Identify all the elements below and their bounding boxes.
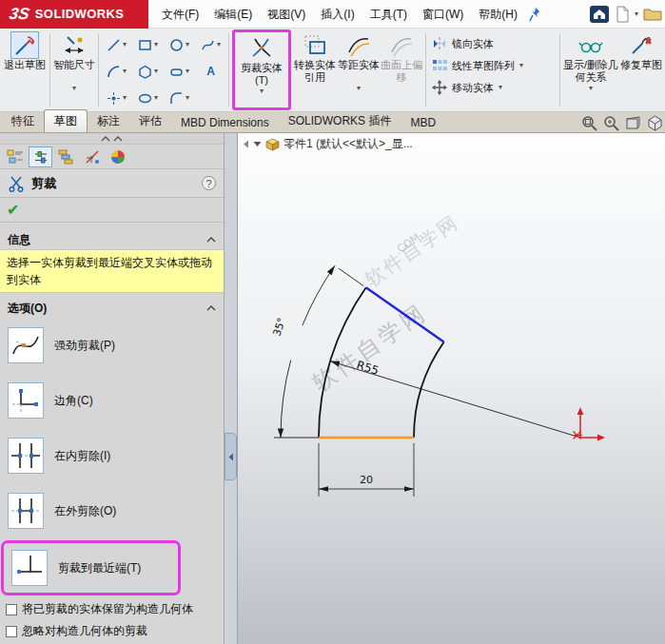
main-area: 剪裁 ? ✔ 信息 选择一实体剪裁到最近端交叉实体或拖动到实体 选项(O) 强劲…: [0, 133, 665, 644]
sketch-line-tool[interactable]: ▾: [101, 31, 132, 58]
featuremanager-tree-tab[interactable]: [3, 146, 27, 167]
open-document-icon[interactable]: [643, 7, 662, 22]
view-orientation-icon[interactable]: [647, 115, 663, 131]
panel-collapse-handle[interactable]: [225, 433, 237, 480]
new-document-icon[interactable]: [615, 5, 630, 24]
tab-annotation[interactable]: 标注: [88, 110, 129, 132]
help-button[interactable]: ?: [202, 176, 216, 190]
ignore-construction-checkbox[interactable]: [6, 626, 17, 637]
tab-sketch[interactable]: 草图: [44, 109, 88, 132]
linear-pattern-icon: [432, 58, 447, 73]
slot-icon: [169, 65, 184, 79]
zoom-fit-icon[interactable]: [581, 115, 597, 131]
power-trim-icon: [8, 327, 44, 363]
dimension-angle-value[interactable]: 35°: [270, 316, 287, 338]
mirror-entities-button[interactable]: 镜向实体: [432, 36, 556, 51]
keep-as-construction-checkbox[interactable]: [6, 604, 17, 615]
repair-sketch-label: 修复草图: [619, 59, 663, 85]
tab-solidworks-addins[interactable]: SOLIDWORKS 插件: [279, 110, 401, 132]
trim-to-closest-option[interactable]: 剪裁到最近端(T): [4, 543, 178, 593]
propertymanager-tab[interactable]: [29, 146, 52, 167]
graphics-area[interactable]: 零件1 (默认<<默认>_显... 软件自学网 软件自学网 .COM 35°: [238, 133, 665, 644]
chevron-down-icon: ▾: [589, 85, 593, 92]
corner-label: 边角(C): [54, 393, 93, 409]
corner-option[interactable]: 边角(C): [0, 373, 224, 428]
sketch-arc-tool[interactable]: ▾: [101, 58, 132, 85]
offset-entities-label: 等距实体: [338, 59, 380, 85]
trim-scissors-icon: [8, 175, 25, 192]
trim-away-inside-label: 在内剪除(I): [54, 448, 110, 464]
menu-edit[interactable]: 编辑(E): [206, 0, 260, 29]
display-relations-label: 显示/删除几何关系: [562, 59, 619, 85]
info-message: 选择一实体剪裁到最近端交叉实体或拖动到实体: [0, 249, 224, 293]
move-entities-button[interactable]: 移动实体 ▾: [432, 80, 556, 95]
menu-file[interactable]: 文件(F): [154, 0, 206, 29]
watermark-text: 软件自学网: [361, 209, 463, 291]
sketch-polygon-tool[interactable]: ▾: [132, 58, 164, 85]
offset-entities-button[interactable]: 等距实体 ▾: [338, 29, 380, 110]
menu-tools[interactable]: 工具(T): [362, 0, 415, 29]
options-group-header[interactable]: 选项(O): [0, 299, 224, 318]
configurationmanager-tab[interactable]: [54, 146, 78, 167]
displaymanager-tab[interactable]: [106, 146, 129, 167]
mirror-entities-icon: [432, 36, 447, 51]
sketch-ellipse-tool[interactable]: ▾: [132, 85, 164, 111]
sketch-text-tool[interactable]: A: [195, 58, 226, 85]
trim-away-inside-option[interactable]: 在内剪除(I): [0, 428, 224, 483]
sketch-canvas[interactable]: 软件自学网 软件自学网 .COM 35° R55: [238, 133, 665, 644]
ok-button[interactable]: ✔: [7, 203, 19, 218]
info-group-header[interactable]: 信息: [0, 230, 224, 249]
home-icon[interactable]: [589, 5, 610, 24]
zoom-area-icon[interactable]: [603, 115, 619, 131]
tab-mbd-dimensions[interactable]: MBD Dimensions: [171, 113, 279, 132]
smart-dimension-button[interactable]: 智能尺寸 ▾: [52, 29, 96, 110]
configurationmanager-icon: [58, 149, 74, 165]
sketch-origin[interactable]: [572, 407, 605, 440]
trim-entities-button[interactable]: 剪裁实体(T) ▾: [235, 32, 288, 107]
tab-evaluate[interactable]: 评估: [129, 110, 171, 132]
menu-view[interactable]: 视图(V): [260, 0, 313, 29]
dimension-width-value[interactable]: 20: [360, 474, 373, 486]
chevron-up-icon: [113, 136, 123, 142]
surface-offset-button: 曲面上偏移: [380, 29, 423, 110]
menu-window[interactable]: 窗口(W): [415, 0, 471, 29]
title-bar: 3S SOLIDWORKS 文件(F) 编辑(E) 视图(V) 插入(I) 工具…: [0, 0, 665, 29]
pin-menu-icon[interactable]: [529, 7, 542, 22]
tab-features[interactable]: 特征: [2, 110, 44, 132]
convert-entities-button[interactable]: 转换实体引用: [292, 29, 338, 110]
sketch-fillet-tool[interactable]: ▾: [164, 85, 195, 111]
panel-expand-control[interactable]: [0, 133, 224, 145]
repair-sketch-button[interactable]: 修复草图: [619, 29, 663, 110]
chevron-down-icon: ▾: [260, 88, 264, 95]
tab-mbd[interactable]: MBD: [401, 113, 445, 132]
trim-away-outside-option[interactable]: 在外剪除(O): [0, 483, 224, 538]
menu-help[interactable]: 帮助(H): [471, 0, 525, 29]
ribbon-separator: [98, 33, 99, 107]
convert-entities-icon: [303, 31, 327, 59]
sketch-rectangle-tool[interactable]: ▾: [132, 31, 164, 58]
dimxpertmanager-tab[interactable]: [80, 146, 104, 167]
panel-title: 剪裁: [31, 175, 56, 192]
display-relations-icon: [578, 31, 603, 59]
sketch-point-tool[interactable]: ▾: [101, 85, 132, 111]
sketch-spline-tool[interactable]: ▾: [195, 31, 226, 58]
chevron-down-icon[interactable]: ▾: [635, 10, 638, 18]
chevron-down-icon: ▾: [154, 94, 158, 102]
trim-entities-label: 剪裁实体(T): [235, 62, 288, 88]
dimension-width[interactable]: [319, 443, 414, 497]
sketch-circle-tool[interactable]: ▾: [164, 31, 195, 58]
linear-sketch-pattern-button[interactable]: 线性草图阵列 ▾: [432, 58, 556, 73]
power-trim-option[interactable]: 强劲剪裁(P): [0, 318, 224, 373]
chevron-down-icon: ▾: [357, 85, 361, 92]
display-delete-relations-button[interactable]: 显示/删除几何关系 ▾: [562, 29, 619, 110]
section-view-icon[interactable]: [625, 115, 641, 131]
dimension-radius-value[interactable]: R55: [355, 358, 381, 377]
exit-sketch-button[interactable]: 退出草图: [2, 29, 48, 110]
sketch-slot-tool[interactable]: ▾: [164, 58, 195, 85]
menu-insert[interactable]: 插入(I): [313, 0, 362, 29]
inner-arc[interactable]: [414, 342, 444, 438]
mirror-entities-label: 镜向实体: [452, 37, 494, 51]
corner-icon: [8, 382, 44, 419]
text-tool-icon: A: [206, 65, 215, 78]
command-manager-tabs: 特征 草图 标注 评估 MBD Dimensions SOLIDWORKS 插件…: [0, 112, 665, 133]
